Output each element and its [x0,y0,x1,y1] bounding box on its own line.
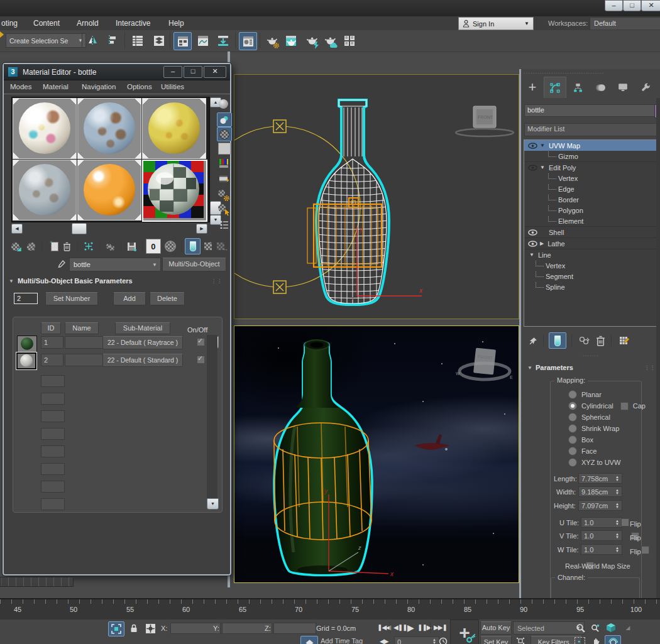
slots-scroll-right-button[interactable]: ▶ [196,224,207,234]
menu-navigation[interactable]: Navigation [82,83,116,90]
background-icon[interactable] [217,127,232,141]
menu-utilities[interactable]: Utilities [161,83,184,90]
stack-item-edge[interactable]: Edge [524,183,657,194]
viewport-front[interactable]: x y z FRONT [234,74,519,319]
get-material-icon[interactable]: ◢ [9,239,23,254]
isolate-selection-toggle[interactable] [108,621,124,636]
next-frame-button[interactable]: ❚❚▶ [417,624,431,631]
go-to-parent-icon[interactable]: ↑ [201,239,215,254]
menu-item-scripting[interactable]: oting [1,19,18,28]
material-slot-2[interactable] [77,98,141,159]
window-minimize-button[interactable]: – [605,0,623,11]
material-slot-3[interactable] [142,98,206,159]
signin-button[interactable]: Sign In ▼ [458,17,534,30]
material-slot-5[interactable] [77,160,141,221]
align-icon[interactable] [104,33,119,48]
key-mode-toggle-icon[interactable] [514,636,527,644]
scene-explorer-icon[interactable] [129,33,146,49]
show-end-result-icon[interactable] [549,332,566,349]
visibility-eye-icon[interactable] [528,143,537,149]
mapping-option-cylindrical[interactable]: Cylindrical Cap [568,401,646,410]
workspace-dropdown[interactable]: Default [590,17,660,30]
render-production-icon[interactable] [304,33,320,49]
material-options-icon[interactable] [217,189,230,202]
object-name-field[interactable]: bottle [524,104,656,117]
zoom-all-icon[interactable]: ● [588,621,602,634]
tab-display[interactable] [612,77,634,98]
pan-hand-icon[interactable] [590,636,602,644]
window-close-button[interactable]: ✕ [641,0,660,11]
remove-modifier-icon[interactable] [596,336,605,346]
show-material-in-viewport-icon[interactable] [163,239,178,254]
tab-modify[interactable] [544,77,566,98]
expand-arrow-icon[interactable]: ▼ [540,165,545,170]
u-flip-checkbox[interactable] [621,518,629,527]
spinner-icon[interactable]: ▲▼ [615,487,619,496]
sub-material-id-field[interactable]: 1 [41,336,63,349]
stack-item-line[interactable]: ▼ Line [524,249,657,260]
radio-icon[interactable] [568,447,577,456]
pin-stack-icon[interactable] [529,336,538,346]
reset-material-icon[interactable] [60,239,74,254]
width-field[interactable]: 9.185cm▲▼ [578,486,622,497]
material-editor-close-button[interactable]: ✕ [204,66,226,78]
radio-icon[interactable] [568,424,577,433]
render-in-cloud-icon[interactable] [322,33,338,49]
curve-editor-icon[interactable] [194,32,211,49]
home-grid-button[interactable] [300,636,318,644]
selection-set-dropdown[interactable]: Create Selection Se ▼ [6,33,86,48]
sub-material-on-checkbox[interactable] [197,356,205,364]
stack-item-line-vertex[interactable]: Vertex [524,260,657,271]
sub-material-on-checkbox[interactable] [197,338,205,346]
layer-explorer-icon[interactable] [151,33,167,49]
mirror-icon[interactable] [85,33,101,48]
visibility-eye-icon[interactable] [528,165,537,171]
orbit-icon[interactable] [605,635,621,644]
ribbon-toggle-icon[interactable] [173,32,192,50]
menu-item-arnold[interactable]: Arnold [77,19,99,28]
show-end-result-material-icon[interactable] [185,238,201,254]
sub-material-column-header[interactable]: Sub-Material [115,322,170,334]
add-time-tag-label[interactable]: Add Time Tag [321,637,377,644]
length-field[interactable]: 7.758cm▲▼ [578,473,622,484]
viewcube-front-label[interactable]: FRONT [478,115,493,119]
material-editor-titlebar[interactable]: 3 Material Editor - bottle – □ ✕ [4,64,230,80]
material-type-button[interactable]: Multi/Sub-Object [162,258,226,271]
assign-material-to-selection-icon[interactable]: ✧↓ [45,239,60,254]
play-button[interactable]: ▶ [407,623,414,633]
mini-trackbar[interactable] [0,577,74,587]
current-frame-field[interactable]: 0▲▼ [394,636,439,644]
dope-sheet-icon[interactable] [214,32,231,49]
radio-icon[interactable] [568,435,577,444]
height-field[interactable]: 7.097cm▲▼ [578,500,622,511]
spinner-icon[interactable]: ▲▼ [615,474,619,483]
stack-item-shell[interactable]: Shell [524,226,657,237]
w-flip-checkbox[interactable] [641,546,649,554]
v-tile-field[interactable]: 1.0▲▼ [581,530,622,541]
render-setup-icon[interactable] [263,33,280,49]
panel-grip[interactable]: ··································· [524,70,604,76]
expand-arrow-icon[interactable]: ▼ [529,252,534,258]
w-tile-field[interactable]: 1.0▲▼ [581,544,622,555]
mapping-option-planar[interactable]: Planar [568,390,602,399]
name-column-header[interactable]: Name [65,322,99,334]
radio-icon[interactable] [568,458,577,467]
tab-create[interactable]: + [521,77,544,98]
material-id-channel-icon[interactable]: 0 [146,239,160,254]
panel-scrollbar[interactable] [656,98,660,598]
go-to-end-button[interactable]: ▶▶❚ [434,624,447,631]
timeline-ruler[interactable]: 45 50 55 60 65 70 75 80 85 90 95 100 [0,598,660,621]
radio-icon[interactable] [568,401,577,410]
sub-material-thumbnail-active[interactable] [16,352,36,369]
stack-item-line-segment[interactable]: Segment [524,271,657,281]
menu-item-help[interactable]: Help [168,19,184,28]
window-restore-button[interactable]: □ [623,0,641,11]
sub-material-id-field[interactable]: 2 [41,354,63,366]
stack-item-lathe[interactable]: ▶ Lathe [524,237,657,249]
basic-parameters-rollout[interactable]: ▼ Multi/Sub-Object Basic Parameters ⋮⋮ [6,275,228,287]
configure-modifier-sets-icon[interactable] [617,334,631,347]
go-forward-to-sibling-icon[interactable]: → [216,239,230,254]
panel-splitter-grip[interactable]: ······· [583,353,599,359]
mapping-option-xyz-to-uvw[interactable]: XYZ to UVW [568,458,620,467]
render-gallery-icon[interactable]: RRRR [341,33,358,49]
